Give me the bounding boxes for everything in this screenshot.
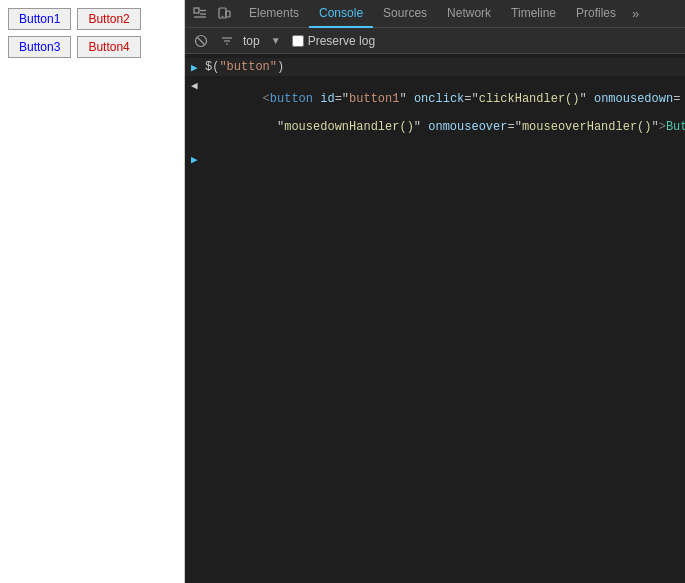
svg-rect-5 [226,11,230,17]
preserve-log-area: Preserve log [292,34,375,48]
tab-timeline[interactable]: Timeline [501,0,566,28]
console-more-line: ▶ [185,150,685,168]
button4[interactable]: Button4 [77,36,140,58]
button1[interactable]: Button1 [8,8,71,30]
device-icon[interactable] [213,3,235,25]
console-element-line: ◀ <button id="button1" onclick="clickHan… [185,76,685,150]
query-text: $("button") [205,60,284,74]
clear-console-icon[interactable] [191,31,211,51]
expand-arrow-icon[interactable]: ▶ [191,61,205,74]
preserve-log-checkbox[interactable] [292,35,304,47]
button2[interactable]: Button2 [77,8,140,30]
left-panel: Button1 Button2 Button3 Button4 [0,0,185,583]
devtools-toolbar: Elements Console Sources Network Timelin… [185,0,685,28]
button-row-2: Button3 Button4 [8,36,176,58]
svg-rect-0 [194,8,199,13]
devtools-panel: Elements Console Sources Network Timelin… [185,0,685,583]
svg-line-8 [198,37,205,44]
console-dropdown-icon[interactable]: ▼ [266,31,286,51]
button3[interactable]: Button3 [8,36,71,58]
console-toolbar: top ▼ Preserve log [185,28,685,54]
filter-icon[interactable] [217,31,237,51]
tab-network[interactable]: Network [437,0,501,28]
more-tabs[interactable]: » [626,6,645,21]
console-top-label: top [243,34,260,48]
more-arrow-icon[interactable]: ▶ [191,153,205,166]
tab-profiles[interactable]: Profiles [566,0,626,28]
svg-point-6 [222,15,224,17]
preserve-log-label: Preserve log [308,34,375,48]
console-query-line: ▶ $("button") [185,58,685,76]
tab-console[interactable]: Console [309,0,373,28]
tab-elements[interactable]: Elements [239,0,309,28]
result-arrow-icon: ◀ [191,79,205,92]
element-html: <button id="button1" onclick="clickHandl… [205,78,685,148]
inspect-icon[interactable] [189,3,211,25]
button-row-1: Button1 Button2 [8,8,176,30]
console-content: ▶ $("button") ◀ <button id="button1" onc… [185,54,685,583]
tab-sources[interactable]: Sources [373,0,437,28]
devtools-tabs: Elements Console Sources Network Timelin… [239,0,645,28]
